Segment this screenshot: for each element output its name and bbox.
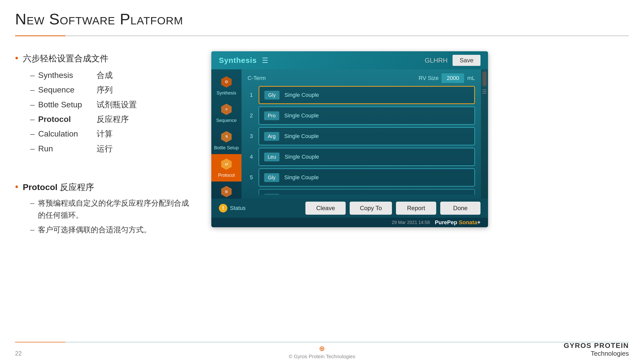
sidebar-item-synthesis[interactable]: ⚙ Synthesis [211, 72, 242, 99]
couple-text: Single Couple [285, 92, 319, 98]
rv-size-input[interactable] [441, 73, 464, 83]
copy-to-button[interactable]: Copy To [350, 202, 392, 215]
sidebar-protocol-label: Protocol [218, 173, 235, 178]
desc-text-1: 将预编程或自定义的化学反应程序分配到合成的任何循环。 [38, 197, 191, 221]
list-item: – Protocol 反应程序 [30, 112, 191, 126]
desc-text-2: 客户可选择偶联的合适混匀方式。 [38, 224, 151, 236]
scrollbar[interactable]: ☰ [481, 69, 488, 199]
seq-card[interactable]: Pro Single Couple [259, 107, 475, 125]
step-synthesis-cn: 合成 [89, 68, 113, 82]
footer-brand: GYROS PROTEIN Technologies [564, 342, 629, 357]
main-info-bar: C-Term RV Size mL [248, 73, 475, 83]
report-button[interactable]: Report [396, 202, 436, 215]
step-run-cn: 运行 [89, 142, 113, 155]
app-body: ⚙ Synthesis ≡ Sequence ⚗ [211, 69, 488, 199]
sidebar-item-calculation[interactable]: ⊞ Calculation [211, 182, 242, 199]
app-main: C-Term RV Size mL 1 Gly Single Couple [242, 69, 481, 199]
status-warning-icon: ! [219, 204, 227, 212]
sidebar-synthesis-label: Synthesis [217, 90, 236, 96]
list-item: – Bottle Setup 试剂瓶设置 [30, 98, 191, 111]
couple-text: Single Couple [285, 154, 319, 160]
bullet-2: • Protocol 反应程序 [15, 180, 191, 195]
aa-badge: Pro [264, 111, 279, 120]
seq-card[interactable]: Gly Single Couple [259, 168, 475, 187]
scroll-thumb[interactable] [482, 71, 487, 86]
c-term-label: C-Term [248, 75, 266, 81]
cleave-button[interactable]: Cleave [305, 202, 346, 215]
footer-line [15, 342, 629, 342]
bullet-2-section: • Protocol 反应程序 – 将预编程或自定义的化学反应程序分配到合成的任… [15, 180, 191, 236]
svg-text:⚙: ⚙ [225, 80, 228, 84]
aa-badge: Tyr [264, 194, 279, 195]
step-sequence-cn: 序列 [89, 83, 113, 97]
bullet-dot-2: • [15, 180, 18, 194]
table-row: 6 Tyr Single Couple [248, 189, 475, 195]
dash: – [30, 112, 35, 126]
sidebar-item-bottlesetup[interactable]: ⚗ Bottle Setup [211, 127, 242, 154]
left-panel: • 六步轻松设置合成文件 – Synthesis 合成 – Sequence 序… [15, 51, 191, 238]
step-list: – Synthesis 合成 – Sequence 序列 – Bottle Se… [30, 68, 191, 155]
page-footer: 22 ⊕ © Gyros Protein Technologies GYROS … [0, 342, 644, 362]
row-number: 1 [248, 92, 255, 98]
done-button[interactable]: Done [440, 202, 480, 215]
svg-text:⇄: ⇄ [225, 162, 228, 166]
table-row: 1 Gly Single Couple [248, 86, 475, 104]
seq-card[interactable]: Leu Single Couple [259, 148, 475, 166]
bullet-1: • 六步轻松设置合成文件 [15, 51, 191, 66]
project-name: GLHRH [425, 57, 448, 64]
row-number: 4 [248, 154, 255, 160]
page-header: New Software Platform [0, 0, 644, 33]
save-button[interactable]: Save [453, 55, 480, 66]
bottom-buttons: Cleave Copy To Report Done [305, 202, 480, 215]
rv-size-group: RV Size mL [419, 73, 475, 83]
row-number: 5 [248, 174, 255, 181]
dash: – [30, 127, 35, 141]
step-calculation-cn: 计算 [89, 127, 113, 141]
svg-text:≡: ≡ [225, 107, 227, 111]
desc-list: – 将预编程或自定义的化学反应程序分配到合成的任何循环。 – 客户可选择偶联的合… [30, 197, 191, 236]
sidebar-item-sequence[interactable]: ≡ Sequence [211, 99, 242, 127]
dash: – [30, 83, 35, 97]
table-row: 4 Leu Single Couple [248, 148, 475, 166]
topbar-right: GLHRH Save [425, 55, 480, 66]
rv-unit-label: mL [467, 75, 475, 81]
table-row: 3 Arg Single Couple [248, 127, 475, 145]
svg-text:⚗: ⚗ [225, 135, 228, 139]
sequence-list: 1 Gly Single Couple 2 Pro Single Couple [248, 86, 475, 195]
bullet-1-text: 六步轻松设置合成文件 [23, 51, 108, 66]
bullet-dot-1: • [15, 51, 18, 65]
bullet-2-text: Protocol 反应程序 [23, 180, 94, 195]
status-area: ! Status [219, 204, 246, 212]
copyright-text: © Gyros Protein Technologies [289, 354, 355, 359]
hamburger-icon[interactable]: ☰ [262, 56, 268, 65]
sequence-icon: ≡ [220, 103, 233, 116]
aa-badge: Arg [264, 132, 279, 141]
aa-badge: Gly [264, 91, 279, 100]
sidebar-sequence-label: Sequence [216, 118, 236, 123]
desc-item-2: – 客户可选择偶联的合适混匀方式。 [30, 224, 191, 236]
page-number: 22 [15, 350, 22, 357]
seq-card[interactable]: Arg Single Couple [259, 127, 475, 145]
table-row: 2 Pro Single Couple [248, 107, 475, 125]
step-run-label: Run [38, 142, 89, 155]
step-bottlesetup-label: Bottle Setup [38, 98, 89, 111]
seq-card[interactable]: Gly Single Couple [259, 86, 475, 104]
brand-logo: PurePep Sonata+ [435, 219, 480, 226]
app-title: Synthesis [219, 56, 257, 65]
step-protocol-cn: 反应程序 [89, 112, 129, 126]
footer-brand-line2: Technologies [564, 350, 629, 357]
sidebar-item-protocol[interactable]: ⇄ Protocol [211, 154, 242, 182]
step-sequence-label: Sequence [38, 83, 89, 97]
gyros-logo-icon: ⊕ [319, 344, 325, 353]
aa-badge: Leu [264, 153, 279, 161]
app-sidebar: ⚙ Synthesis ≡ Sequence ⚗ [211, 69, 242, 199]
list-item: – Calculation 计算 [30, 127, 191, 141]
dash: – [30, 197, 34, 209]
footer-brand-line1: GYROS PROTEIN [564, 342, 629, 350]
row-number: 2 [248, 112, 255, 119]
list-item: – Sequence 序列 [30, 83, 191, 97]
seq-card[interactable]: Tyr Single Couple [259, 189, 475, 195]
step-protocol-label: Protocol [38, 112, 89, 126]
step-synthesis-label: Synthesis [38, 68, 89, 82]
protocol-icon: ⇄ [220, 158, 233, 171]
